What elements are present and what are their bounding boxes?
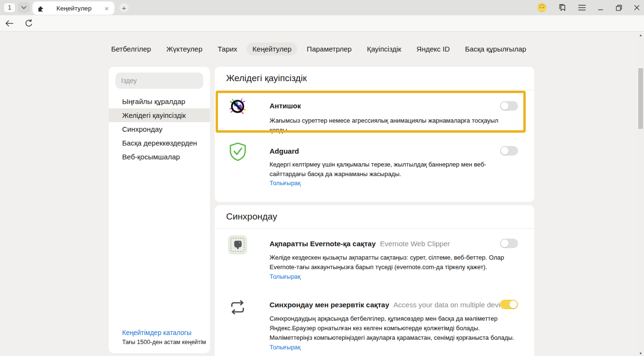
evernote-elephant-icon (228, 235, 247, 254)
section-title: Синхрондау (226, 211, 277, 222)
extension-subtitle: Access your data on multiple devices (394, 301, 511, 309)
tab-list-chevron-button[interactable] (18, 2, 30, 13)
tab-security[interactable]: Қауіпсіздік (361, 42, 407, 55)
sidebar-item-sync[interactable]: Синхрондау (109, 122, 210, 136)
collections-icon[interactable] (558, 3, 567, 12)
tab-title: Кеңейтулер (44, 5, 104, 12)
tab-settings[interactable]: Параметрлер (301, 42, 357, 55)
section-title: Желідегі қауіпсіздік (226, 73, 307, 84)
tab-extensions[interactable]: Кеңейтулер (247, 42, 297, 55)
sync-backup-toggle[interactable] (500, 300, 518, 309)
tab-downloads[interactable]: Жүктеулер (161, 42, 208, 55)
minimize-button[interactable] (597, 4, 604, 11)
restore-button[interactable] (615, 4, 622, 11)
new-tab-button[interactable]: + (119, 3, 129, 12)
section-sync: Синхрондау Ақпаратты Evernote-қа сақтауE… (215, 205, 534, 356)
sidebar-item-network-security[interactable]: Желідегі қауіпсіздік (109, 108, 210, 122)
green-shield-check-icon (229, 142, 247, 161)
tab-history[interactable]: Тарих (212, 42, 243, 55)
evernote-toggle[interactable] (500, 239, 518, 248)
sidebar-item-other-sources[interactable]: Басқа дереккөздерден (109, 136, 210, 150)
more-details-link[interactable]: Толығырақ (270, 344, 301, 351)
toolbar: Кеңейтулер tune (0, 15, 644, 31)
more-details-link[interactable]: Толығырақ (270, 273, 301, 280)
section-network-security: Желідегі қауіпсіздік (215, 67, 534, 202)
extension-name: Ақпаратты Evernote-қа сақтауEvernote Web… (270, 240, 450, 248)
settings-nav-tabs: Бетбелгілер Жүктеулер Тарих Кеңейтулер П… (0, 42, 637, 55)
extension-subtitle: Evernote Web Clipper (380, 240, 450, 248)
scroll-down-icon[interactable]: ▼ (637, 350, 644, 356)
extensions-catalog-link[interactable]: Кеңейтімдер каталогы (122, 329, 206, 336)
tab-other-devices[interactable]: Басқа құрылғылар (459, 42, 532, 55)
extensions-catalog-note: Тағы 1500-ден астам кеңейтім (122, 339, 206, 346)
tab-yandex-id[interactable]: Яндекс ID (411, 42, 456, 55)
settings-page: Бетбелгілер Жүктеулер Тарих Кеңейтулер П… (0, 32, 644, 356)
chevron-down-icon (21, 6, 27, 10)
adguard-toggle[interactable] (500, 146, 518, 156)
sidebar-list: Ыңғайлы құралдар Желідегі қауіпсіздік Си… (109, 94, 210, 164)
more-details-link[interactable]: Толығырақ (270, 179, 301, 187)
back-button[interactable] (5, 19, 14, 28)
tab-bookmarks[interactable]: Бетбелгілер (105, 42, 157, 55)
extension-name: Adguard (270, 147, 299, 155)
tab-strip: 1 Кеңейтулер × + (0, 0, 644, 15)
scroll-up-icon[interactable]: ▲ (637, 32, 644, 38)
tab-counter[interactable]: 1 (3, 2, 16, 13)
menu-icon[interactable] (578, 4, 586, 11)
extensions-sidebar: Ыңғайлы құралдар Желідегі қауіпсіздік Си… (109, 67, 210, 353)
extension-name: Антишок (270, 102, 301, 110)
reload-icon (25, 19, 33, 28)
sidebar-footer: Кеңейтімдер каталогы Тағы 1500-ден астам… (122, 329, 206, 346)
scrollbar-thumb[interactable] (638, 68, 643, 129)
sidebar-item-convenient-tools[interactable]: Ыңғайлы құралдар (109, 94, 210, 108)
browser-tab[interactable]: Кеңейтулер × (32, 1, 114, 15)
extension-description: Желіде кездескен қызықты ақпаратты сақта… (270, 253, 518, 272)
reload-button[interactable] (24, 19, 33, 28)
antishock-toggle[interactable] (500, 101, 518, 111)
back-arrow-icon (5, 20, 14, 27)
search-input[interactable] (115, 73, 203, 89)
close-window-button[interactable] (634, 4, 640, 11)
puzzle-icon (37, 5, 44, 12)
no-ads-colorful-icon (228, 97, 247, 116)
profile-avatar[interactable] (537, 3, 547, 12)
extension-name: Синхрондау мен резервтік сақтауAccess yo… (270, 301, 511, 309)
divider (215, 90, 534, 90)
extension-description: Синхрондаудың арқасында бетбелгілер, құп… (270, 314, 518, 343)
extension-description: Жағымсыз суреттер немесе агрессиялық ани… (270, 116, 518, 135)
tab-close-icon[interactable]: × (104, 5, 110, 12)
divider (215, 228, 534, 229)
extension-description: Кедергі келтірмеу үшін қалқымалы терезе,… (270, 160, 518, 179)
sidebar-item-web-apps[interactable]: Веб-қосымшалар (109, 150, 210, 164)
repeat-arrows-icon (229, 299, 246, 316)
page-scrollbar[interactable]: ▲ ▼ (637, 32, 644, 356)
